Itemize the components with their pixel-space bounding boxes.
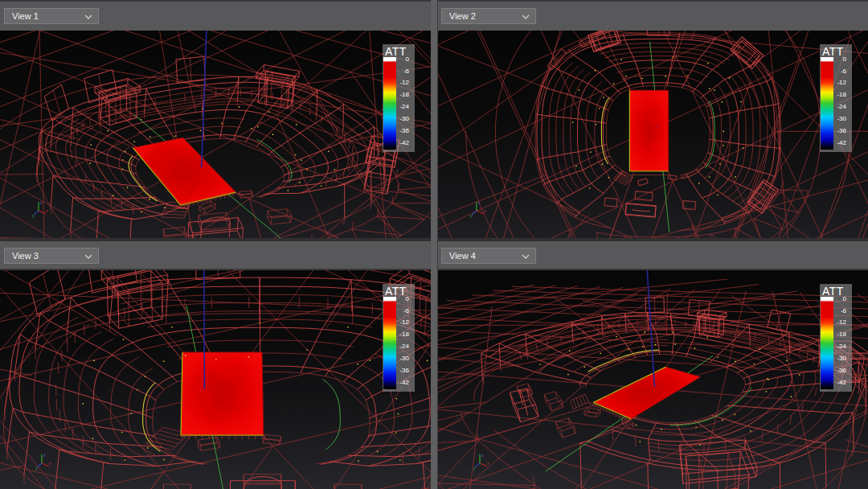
svg-text:x: x <box>487 461 489 466</box>
svg-text:x: x <box>484 208 486 213</box>
svg-text:x: x <box>46 208 48 213</box>
svg-text:z: z <box>478 200 481 205</box>
svg-text:z: z <box>481 453 484 458</box>
svg-text:z: z <box>43 453 46 458</box>
svg-text:x: x <box>49 461 51 466</box>
